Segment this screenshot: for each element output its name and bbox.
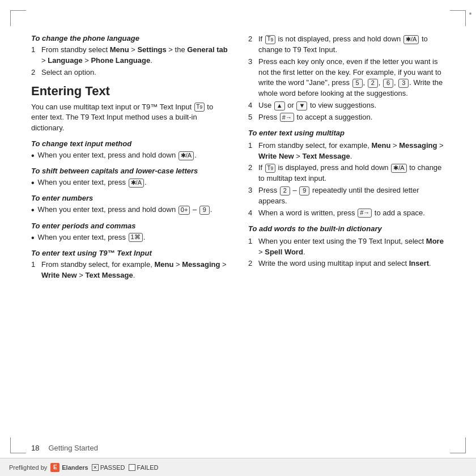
shift-caps-list: • When you enter text, press ✱/A. [31, 177, 228, 188]
corner-mark-top-right [450, 10, 466, 26]
key-star-a: ✱/A [178, 151, 194, 160]
section-multitap-title: To enter text using multitap [248, 129, 445, 137]
section-t9-input-title: To enter text using T9™ Text Input [31, 249, 228, 257]
list-item: • When you enter text, press and hold do… [31, 205, 228, 215]
preflight-logo: E Elanders [50, 463, 88, 472]
page-number: 18 [31, 444, 39, 452]
list-item: • When you enter text, press ✱/A. [31, 177, 228, 188]
key-hash2: #→ [358, 209, 372, 218]
list-item: 2 If T9 is not displayed, press and hold… [248, 34, 445, 56]
list-item: 4 Use ▲ or ▼ to view suggestions. [248, 100, 445, 111]
list-item: 2 Write the word using multitap input an… [248, 258, 445, 269]
t9-icon: T9 [194, 103, 205, 112]
passed-checkbox: ✕ [92, 464, 99, 471]
preflight-failed: FAILED [129, 464, 159, 471]
list-item: 2 Select an option. [31, 67, 228, 78]
dictionary-list: 1 When you enter text using the T9 Text … [248, 236, 445, 270]
key-up: ▲ [274, 101, 285, 110]
t9-icon3: T9 [265, 164, 275, 173]
brand-name: Elanders [62, 464, 88, 471]
corner-mark-top-left [10, 10, 26, 26]
multitap-list: 1 From standby select, for example, Menu… [248, 141, 445, 219]
entering-text-heading: Entering Text [31, 84, 228, 99]
list-item: 3 Press each key only once, even if the … [248, 57, 445, 99]
key-2b: 2 [280, 186, 290, 196]
entering-text-intro: You can use multitap text input or T9™ T… [31, 102, 228, 134]
section-change-input-title: To change text input method [31, 139, 228, 148]
section-enter-numbers-title: To enter numbers [31, 194, 228, 202]
key-down: ▼ [296, 101, 307, 110]
key-9: 9 [199, 206, 210, 215]
corner-mark-bottom-left [10, 437, 26, 453]
t9-continuation-list: 2 If T9 is not displayed, press and hold… [248, 34, 445, 123]
footer-text: Getting Started [48, 444, 97, 452]
key-2: 2 [368, 79, 378, 88]
list-item: 1 From standby select Menu > Settings > … [31, 45, 228, 66]
section-periods-commas-title: To enter periods and commas [31, 222, 228, 230]
key-star-a3: ✱/A [403, 35, 419, 44]
key-6: 6 [383, 79, 393, 88]
enter-numbers-list: • When you enter text, press and hold do… [31, 205, 228, 215]
section-dictionary-title: To add words to the built-in dictionary [248, 224, 445, 233]
page: To change the phone language 1 From stan… [0, 0, 476, 476]
preflight-label: Preflighted by [9, 464, 47, 471]
corner-mark-bottom-right [450, 437, 466, 453]
list-item: 1 From standby select, for example, Menu… [31, 260, 228, 281]
periods-commas-list: • When you enter text, press 1⌘. [31, 232, 228, 243]
section-shift-caps-title: To shift between capitals and lower-case… [31, 167, 228, 175]
key-star-a2: ✱/A [129, 178, 144, 188]
key-5: 5 [352, 79, 363, 88]
t9-icon2: T9 [265, 35, 275, 44]
t9-input-list: 1 From standby select, for example, Menu… [31, 260, 228, 281]
change-input-list: • When you enter text, press and hold do… [31, 150, 228, 161]
main-content: To change the phone language 1 From stan… [31, 34, 445, 431]
preflight-passed: ✕ PASSED [92, 464, 125, 471]
list-item: 1 From standby select, for example, Menu… [248, 141, 445, 162]
key-star-a4: ✱/A [391, 164, 406, 173]
key-3: 3 [398, 79, 409, 88]
key-0-plus: 0+ [178, 206, 190, 215]
left-column: To change the phone language 1 From stan… [31, 34, 235, 431]
list-item: 2 If T9 is displayed, press and hold dow… [248, 163, 445, 184]
list-item: 3 Press 2 – 9 repeatedly until the desir… [248, 185, 445, 207]
preflight-bar: Preflighted by E Elanders ✕ PASSED FAILE… [0, 458, 476, 476]
list-item: 1 When you enter text using the T9 Text … [248, 236, 445, 258]
footer: 18 Getting Started [31, 444, 445, 452]
section-change-language-title: To change the phone language [31, 34, 228, 42]
passed-label: PASSED [100, 464, 125, 471]
dot-decoration [469, 12, 471, 15]
key-9b: 9 [299, 186, 309, 196]
list-item: 5 Press #→ to accept a suggestion. [248, 112, 445, 123]
list-item: • When you enter text, press 1⌘. [31, 232, 228, 243]
elanders-icon: E [50, 463, 60, 472]
key-hash: #→ [280, 113, 294, 122]
right-column: 2 If T9 is not displayed, press and hold… [248, 34, 445, 431]
failed-checkbox [129, 464, 135, 471]
key-1-sym: 1⌘ [129, 233, 143, 242]
change-language-list: 1 From standby select Menu > Settings > … [31, 45, 228, 78]
list-item: 4 When a word is written, press #→ to ad… [248, 208, 445, 219]
failed-label: FAILED [137, 464, 159, 471]
list-item: • When you enter text, press and hold do… [31, 150, 228, 161]
